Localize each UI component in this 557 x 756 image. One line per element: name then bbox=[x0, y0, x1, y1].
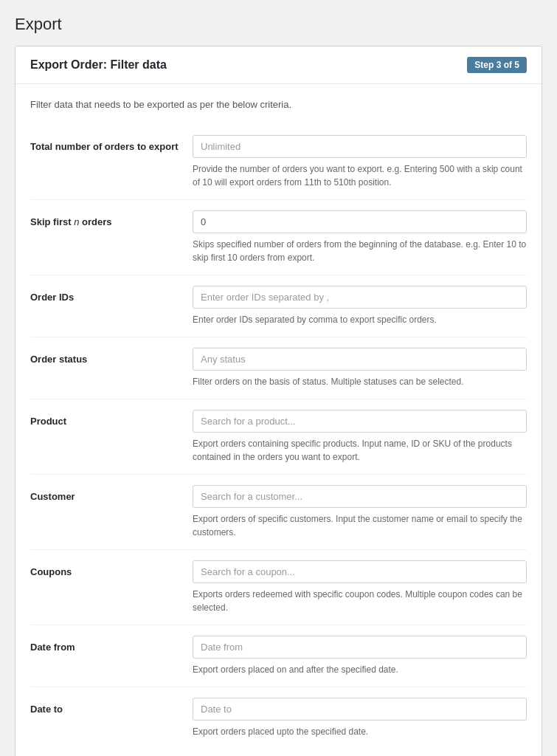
help-customer: Export orders of specific customers. Inp… bbox=[193, 512, 527, 539]
input-product[interactable] bbox=[193, 410, 527, 433]
field-skip-orders: Skips specified number of orders from th… bbox=[193, 210, 527, 264]
label-coupons: Coupons bbox=[30, 560, 193, 577]
form-row-skip-orders: Skip first n orders Skips specified numb… bbox=[30, 199, 527, 275]
label-product: Product bbox=[30, 410, 193, 427]
input-total-orders[interactable] bbox=[193, 135, 527, 158]
input-date-to[interactable] bbox=[193, 698, 527, 721]
card-title: Export Order: Filter data bbox=[30, 58, 167, 72]
help-total-orders: Provide the number of orders you want to… bbox=[193, 162, 527, 189]
page-title: Export bbox=[15, 15, 542, 34]
field-total-orders: Provide the number of orders you want to… bbox=[193, 135, 527, 189]
field-date-from: Export orders placed on and after the sp… bbox=[193, 636, 527, 676]
field-customer: Export orders of specific customers. Inp… bbox=[193, 485, 527, 539]
label-customer: Customer bbox=[30, 485, 193, 502]
input-order-ids[interactable] bbox=[193, 286, 527, 309]
help-order-status: Filter orders on the basis of status. Mu… bbox=[193, 375, 527, 388]
form-row-date-from: Date from Export orders placed on and af… bbox=[30, 625, 527, 687]
input-skip-orders[interactable] bbox=[193, 210, 527, 233]
form-row-order-ids: Order IDs Enter order IDs separated by c… bbox=[30, 275, 527, 337]
input-coupons[interactable] bbox=[193, 560, 527, 583]
help-coupons: Exports orders redeemed with specific co… bbox=[193, 588, 527, 614]
input-order-status[interactable] bbox=[193, 348, 527, 371]
export-card: Export Order: Filter data Step 3 of 5 Fi… bbox=[15, 46, 542, 756]
help-skip-orders: Skips specified number of orders from th… bbox=[193, 238, 527, 264]
form-row-coupons: Coupons Exports orders redeemed with spe… bbox=[30, 549, 527, 625]
help-order-ids: Enter order IDs separated by comma to ex… bbox=[193, 313, 527, 326]
label-skip-orders: Skip first n orders bbox=[30, 210, 193, 227]
input-date-from[interactable] bbox=[193, 636, 527, 659]
help-product: Export orders containing specific produc… bbox=[193, 437, 527, 464]
card-body: Filter data that needs to be exported as… bbox=[15, 84, 542, 756]
label-order-ids: Order IDs bbox=[30, 286, 193, 303]
help-date-from: Export orders placed on and after the sp… bbox=[193, 663, 527, 676]
form-row-product: Product Export orders containing specifi… bbox=[30, 399, 527, 474]
label-date-to: Date to bbox=[30, 698, 193, 715]
field-date-to: Export orders placed upto the specified … bbox=[193, 698, 527, 738]
field-coupons: Exports orders redeemed with specific co… bbox=[193, 560, 527, 614]
field-order-ids: Enter order IDs separated by comma to ex… bbox=[193, 286, 527, 326]
label-order-status: Order status bbox=[30, 348, 193, 365]
card-header: Export Order: Filter data Step 3 of 5 bbox=[15, 47, 542, 84]
form-row-customer: Customer Export orders of specific custo… bbox=[30, 474, 527, 549]
help-date-to: Export orders placed upto the specified … bbox=[193, 725, 527, 738]
form-row-total-orders: Total number of orders to export Provide… bbox=[30, 125, 527, 199]
form-row-date-to: Date to Export orders placed upto the sp… bbox=[30, 687, 527, 749]
input-customer[interactable] bbox=[193, 485, 527, 508]
field-order-status: Filter orders on the basis of status. Mu… bbox=[193, 348, 527, 388]
label-date-from: Date from bbox=[30, 636, 193, 653]
label-total-orders: Total number of orders to export bbox=[30, 135, 193, 152]
step-badge: Step 3 of 5 bbox=[467, 57, 527, 73]
intro-text: Filter data that needs to be exported as… bbox=[30, 99, 527, 110]
form-row-order-status: Order status Filter orders on the basis … bbox=[30, 337, 527, 399]
field-product: Export orders containing specific produc… bbox=[193, 410, 527, 464]
